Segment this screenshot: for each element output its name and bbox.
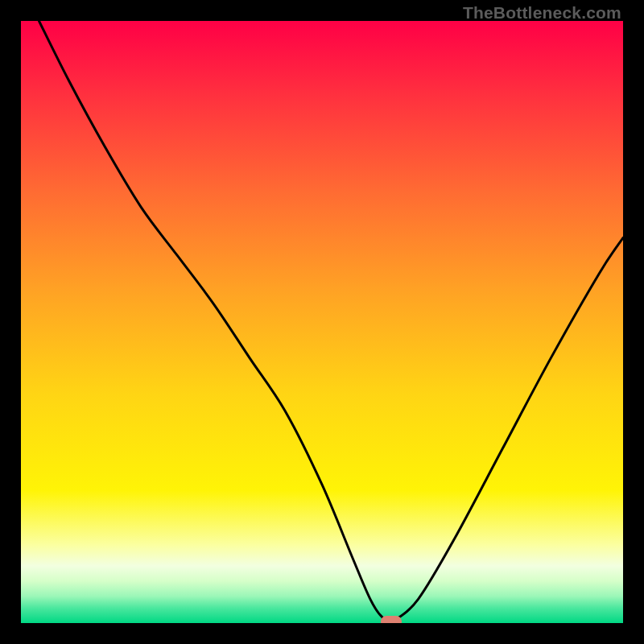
optimal-point-marker <box>381 616 402 623</box>
watermark-text: TheBottleneck.com <box>463 3 621 23</box>
bottleneck-curve <box>21 21 623 623</box>
plot-area <box>21 21 623 623</box>
chart-container: TheBottleneck.com <box>0 0 644 644</box>
